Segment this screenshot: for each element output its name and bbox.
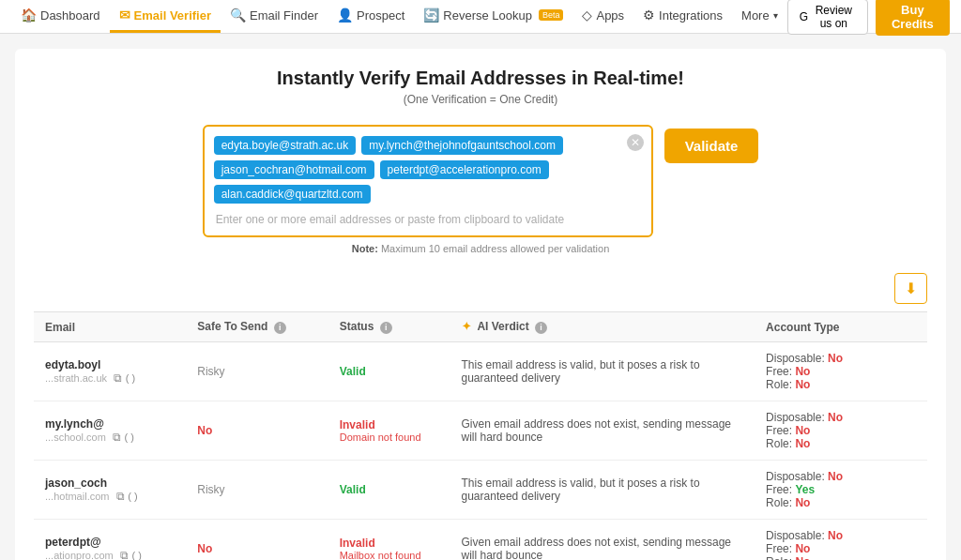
safe-to-send-cell: No — [186, 401, 328, 461]
validate-wrapper: Validate — [664, 129, 759, 163]
verdict-info-icon[interactable]: i — [535, 322, 547, 334]
nav-right: G Review us on Buy Credits — [787, 0, 950, 36]
email-tag: my.lynch@thejohnofgauntschool.com — [361, 136, 563, 155]
status-cell: Valid — [328, 461, 450, 520]
email-verifier-icon: ✉ — [119, 8, 130, 23]
review-icon: G — [800, 10, 808, 23]
account-type-cell: Disposable: No Free: Yes Role: No — [755, 461, 927, 520]
hero-subtitle: (One Verification = One Credit) — [34, 93, 927, 106]
email-tag: edyta.boyle@strath.ac.uk — [214, 136, 357, 155]
email-cell: my.lynch@...school.com ⧉ ( ) — [34, 401, 186, 461]
nav-integrations[interactable]: ⚙ Integrations — [633, 0, 732, 33]
nav-dashboard[interactable]: 🏠 Dashboard — [11, 0, 110, 33]
email-cell: jason_coch...hotmail.com ⧉ ( ) — [34, 461, 186, 520]
verdict-cell: This email address is valid, but it pose… — [450, 342, 755, 401]
table-row: jason_coch...hotmail.com ⧉ ( )RiskyValid… — [34, 461, 927, 520]
email-finder-icon: 🔍 — [230, 8, 246, 23]
note-text: Note: Maximum 10 email address allowed p… — [34, 243, 927, 254]
results-table: Email Safe To Send i Status i ✦ AI Verdi… — [34, 311, 927, 560]
review-button[interactable]: G Review us on — [787, 0, 868, 35]
email-tag: peterdpt@accelerationpro.com — [380, 160, 549, 179]
email-cell: peterdpt@...ationpro.com ⧉ ( ) — [34, 520, 186, 561]
safe-to-send-cell: No — [186, 520, 328, 561]
apps-icon: ◇ — [582, 8, 592, 23]
ai-icon: ✦ — [462, 320, 471, 333]
beta-badge: Beta — [539, 9, 564, 21]
download-button[interactable]: ⬇ — [894, 273, 927, 304]
verdict-cell: Given email address does not exist, send… — [450, 520, 755, 561]
status-cell: InvalidDomain not found — [328, 401, 450, 461]
col-header-verdict: ✦ AI Verdict i — [450, 312, 755, 342]
safe-info-icon[interactable]: i — [274, 322, 286, 334]
nav-email-finder[interactable]: 🔍 Email Finder — [221, 0, 328, 33]
safe-to-send-cell: Risky — [186, 342, 328, 401]
integrations-icon: ⚙ — [643, 8, 655, 23]
status-info-icon[interactable]: i — [380, 322, 392, 334]
email-placeholder: Enter one or more email addresses or pas… — [214, 211, 642, 230]
download-area: ⬇ — [34, 273, 927, 304]
dashboard-icon: 🏠 — [21, 8, 37, 23]
verdict-cell: This email address is valid, but it pose… — [450, 461, 755, 520]
copy-icon[interactable]: ⧉ — [113, 431, 121, 444]
email-tag: jason_cochran@hotmail.com — [214, 160, 374, 179]
email-tags-container: edyta.boyle@strath.ac.uk my.lynch@thejoh… — [214, 136, 642, 204]
email-tag: alan.caddick@quartzltd.com — [214, 185, 371, 204]
table-row: my.lynch@...school.com ⧉ ( )NoInvalidDom… — [34, 401, 927, 461]
clear-button[interactable]: ✕ — [627, 134, 644, 151]
buy-credits-button[interactable]: Buy Credits — [876, 0, 950, 36]
nav-more[interactable]: More ▾ — [732, 0, 787, 33]
col-header-safe: Safe To Send i — [186, 312, 328, 342]
copy-icon[interactable]: ⧉ — [114, 371, 122, 385]
nav-apps[interactable]: ◇ Apps — [572, 0, 633, 33]
email-input-box[interactable]: edyta.boyle@strath.ac.uk my.lynch@thejoh… — [203, 125, 653, 237]
download-icon: ⬇ — [905, 280, 917, 296]
safe-to-send-cell: Risky — [186, 461, 328, 520]
table-row: edyta.boyl...strath.ac.uk ⧉ ( )RiskyVali… — [34, 342, 927, 401]
page-title: Instantly Verify Email Addresses in Real… — [34, 68, 927, 89]
status-cell: InvalidMailbox not found — [328, 520, 450, 561]
account-type-cell: Disposable: No Free: No Role: No — [755, 520, 927, 561]
col-header-status: Status i — [328, 312, 450, 342]
nav-reverse-lookup[interactable]: 🔄 Reverse Lookup Beta — [414, 0, 572, 33]
copy-icon[interactable]: ⧉ — [120, 549, 129, 560]
chevron-down-icon: ▾ — [773, 10, 778, 21]
account-type-cell: Disposable: No Free: No Role: No — [755, 342, 927, 401]
account-type-cell: Disposable: No Free: No Role: No — [755, 401, 927, 461]
status-cell: Valid — [328, 342, 450, 401]
main-content: Instantly Verify Email Addresses in Real… — [15, 49, 946, 560]
prospect-icon: 👤 — [337, 8, 353, 23]
nav-email-verifier[interactable]: ✉ Email Verifier — [110, 0, 221, 33]
email-cell: edyta.boyl...strath.ac.uk ⧉ ( ) — [34, 342, 186, 401]
col-header-email: Email — [34, 312, 186, 342]
nav-prospect[interactable]: 👤 Prospect — [328, 0, 414, 33]
navbar: 🏠 Dashboard ✉ Email Verifier 🔍 Email Fin… — [0, 0, 961, 34]
hero-section: Instantly Verify Email Addresses in Real… — [34, 68, 927, 106]
validate-button[interactable]: Validate — [664, 129, 759, 163]
reverse-lookup-icon: 🔄 — [423, 8, 439, 23]
col-header-account: Account Type — [755, 312, 927, 342]
table-row: peterdpt@...ationpro.com ⧉ ( )NoInvalidM… — [34, 520, 927, 561]
verdict-cell: Given email address does not exist, send… — [450, 401, 755, 461]
copy-icon[interactable]: ⧉ — [116, 490, 125, 503]
